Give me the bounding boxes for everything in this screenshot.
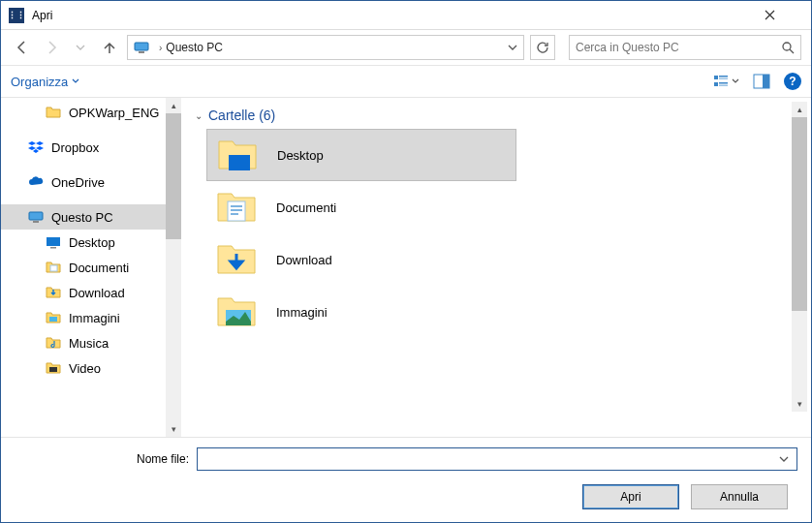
search-input[interactable] (576, 41, 781, 54)
tree-label: OPKWarp_ENG (69, 106, 159, 120)
svg-rect-7 (719, 82, 728, 84)
chevron-right-icon: › (159, 43, 162, 53)
open-button[interactable]: Apri (582, 484, 679, 509)
svg-rect-21 (231, 209, 242, 211)
back-button[interactable] (11, 36, 34, 59)
filename-row: Nome file: (15, 447, 797, 471)
video-icon (46, 360, 61, 376)
tree-item-dropbox[interactable]: Dropbox (1, 135, 166, 160)
svg-rect-0 (135, 43, 148, 50)
tree-item-desktop[interactable]: Desktop (1, 230, 166, 255)
tree-label: Video (69, 361, 101, 376)
tree-item-onedrive[interactable]: OneDrive (1, 169, 166, 195)
pictures-folder-icon (214, 292, 259, 331)
svg-rect-6 (714, 82, 718, 86)
svg-rect-16 (49, 317, 57, 322)
svg-rect-13 (47, 237, 60, 246)
dropbox-icon (28, 139, 44, 155)
pictures-icon (46, 310, 61, 325)
chevron-down-icon (76, 43, 85, 52)
recent-dropdown[interactable] (69, 36, 92, 59)
tree-item-video[interactable]: Video (1, 355, 166, 381)
tree-label: Dropbox (51, 140, 99, 155)
main-scrollbar[interactable]: ▴ ▾ (792, 102, 807, 412)
tree-item-music[interactable]: Musica (1, 330, 166, 355)
tree-item-downloads[interactable]: Download (1, 280, 166, 305)
search-icon[interactable] (781, 41, 795, 54)
tree-label: Immagini (69, 311, 120, 325)
item-label: Download (276, 253, 332, 267)
button-row: Apri Annulla (15, 484, 797, 509)
svg-rect-12 (33, 221, 39, 223)
desktop-icon (46, 234, 61, 250)
scroll-track[interactable] (166, 239, 181, 421)
help-icon: ? (789, 75, 796, 88)
tree-label: Documenti (69, 261, 129, 275)
svg-rect-11 (29, 212, 43, 220)
breadcrumb-location[interactable]: Questo PC (166, 41, 223, 54)
svg-rect-1 (139, 51, 144, 53)
refresh-button[interactable] (530, 35, 555, 60)
filename-input[interactable] (202, 452, 775, 466)
app-icon: ⋮⋮ (9, 8, 24, 23)
address-bar[interactable]: › Questo PC (127, 35, 524, 60)
forward-button[interactable] (40, 36, 63, 59)
pc-icon (134, 40, 149, 55)
chevron-down-icon: ⌄ (195, 110, 203, 121)
svg-rect-15 (50, 265, 57, 271)
scroll-down-icon[interactable]: ▾ (166, 421, 181, 437)
footer: Nome file: Apri Annulla (1, 437, 811, 521)
tree-item-pictures[interactable]: Immagini (1, 305, 166, 330)
list-item-pictures[interactable]: Immagini (206, 286, 516, 338)
chevron-down-icon (508, 43, 517, 52)
help-button[interactable]: ? (784, 73, 801, 90)
tree-label: Desktop (69, 235, 115, 250)
view-options-button[interactable] (713, 74, 739, 89)
scroll-track[interactable] (792, 311, 807, 396)
list-item-desktop[interactable]: Desktop (206, 129, 516, 181)
main-panel: ⌄ Cartelle (6) Desktop Documenti (181, 98, 811, 437)
titlebar: ⋮⋮ Apri (1, 1, 811, 30)
desktop-folder-icon (215, 136, 260, 174)
scroll-thumb[interactable] (792, 117, 807, 311)
chevron-down-icon (779, 454, 789, 464)
body: OPKWarp_ENG Dropbox OneDrive Questo PC D… (1, 98, 811, 437)
scroll-up-icon[interactable]: ▴ (166, 98, 181, 113)
list-item-downloads[interactable]: Download (206, 233, 516, 286)
preview-pane-button[interactable] (753, 74, 770, 89)
tree-item-opkwarp[interactable]: OPKWarp_ENG (1, 100, 166, 125)
svg-rect-4 (719, 76, 728, 77)
up-button[interactable] (98, 36, 121, 59)
nav-tree[interactable]: OPKWarp_ENG Dropbox OneDrive Questo PC D… (1, 98, 166, 437)
sidebar-scrollbar[interactable]: ▴ ▾ (166, 98, 181, 437)
sidebar: OPKWarp_ENG Dropbox OneDrive Questo PC D… (1, 98, 181, 437)
item-label: Documenti (276, 200, 336, 215)
view-icon (713, 74, 729, 89)
scroll-down-icon[interactable]: ▾ (792, 396, 807, 412)
address-dropdown[interactable] (508, 43, 517, 52)
svg-rect-10 (763, 75, 769, 88)
svg-rect-14 (50, 247, 56, 249)
scroll-thumb[interactable] (166, 113, 181, 239)
close-button[interactable] (765, 10, 803, 20)
filename-label: Nome file: (15, 452, 189, 466)
group-header-cartelle[interactable]: ⌄ Cartelle (6) (195, 108, 778, 123)
tree-label: Musica (69, 336, 109, 351)
svg-rect-20 (231, 205, 242, 207)
list-item-documents[interactable]: Documenti (206, 181, 516, 233)
tree-item-documents[interactable]: Documenti (1, 255, 166, 280)
tree-item-thispc[interactable]: Questo PC (1, 204, 166, 230)
svg-rect-5 (719, 78, 728, 80)
music-icon (46, 335, 61, 351)
tree-label: Questo PC (51, 210, 113, 225)
filename-combo[interactable] (197, 447, 797, 471)
organize-menu[interactable]: Organizza (11, 75, 79, 89)
downloads-folder-icon (214, 240, 259, 279)
close-icon (765, 10, 775, 20)
search-box[interactable] (569, 35, 801, 60)
cancel-button[interactable]: Annulla (691, 484, 788, 509)
pc-icon (28, 209, 44, 225)
filename-dropdown[interactable] (775, 454, 793, 464)
scroll-up-icon[interactable]: ▴ (792, 102, 807, 117)
content-area[interactable]: ⌄ Cartelle (6) Desktop Documenti (181, 98, 792, 437)
